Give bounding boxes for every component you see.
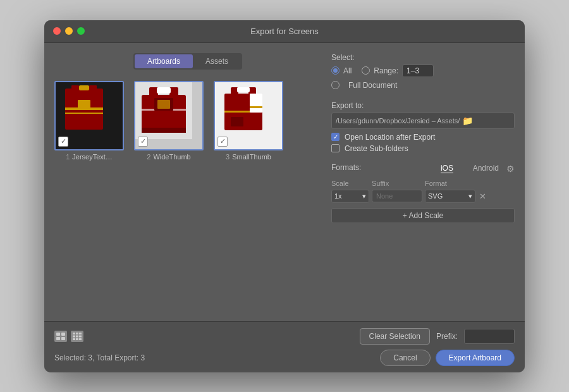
traffic-lights <box>53 27 85 35</box>
format-row-1: 1x ▾ SVG ▾ ✕ <box>331 190 515 203</box>
full-doc-row: Full Document <box>331 81 515 90</box>
artboard-item: ✓ 1 JerseyText… <box>54 81 124 161</box>
svg-rect-37 <box>76 335 78 337</box>
chevron-down-icon: ▾ <box>362 192 366 200</box>
bottom-bar: Clear Selection Prefix: Selected: 3, Tot… <box>44 321 525 372</box>
artboard-check-2[interactable]: ✓ <box>138 137 148 147</box>
svg-rect-8 <box>68 117 75 128</box>
all-radio[interactable] <box>331 66 340 75</box>
view-icons <box>54 331 83 342</box>
select-row-1: All Range: <box>331 64 515 77</box>
svg-rect-31 <box>56 337 60 340</box>
svg-rect-19 <box>142 128 186 133</box>
suffix-input[interactable] <box>372 190 422 202</box>
artboard-item: ✓ 2 WideThumb <box>134 81 204 161</box>
artboard-label-1: 1 JerseyText… <box>66 153 113 161</box>
svg-rect-26 <box>224 111 250 113</box>
maximize-button[interactable] <box>77 27 85 35</box>
select-section: Select: All Range: Full Document <box>331 53 515 90</box>
artboard-thumb-1[interactable]: ✓ <box>54 81 124 150</box>
all-radio-row: All <box>331 66 352 75</box>
titlebar: Export for Screens <box>44 20 525 43</box>
range-input[interactable] <box>402 64 434 77</box>
prefix-input[interactable] <box>464 329 515 344</box>
formats-tabs-group: iOS Android ⚙ <box>441 164 515 174</box>
svg-rect-34 <box>76 333 78 334</box>
export-artboard-button[interactable]: Export Artboard <box>436 350 515 366</box>
svg-rect-35 <box>79 333 82 334</box>
svg-rect-18 <box>157 100 170 109</box>
action-buttons: Cancel Export Artboard <box>380 350 515 366</box>
open-location-checkbox[interactable]: ✓ <box>331 133 340 141</box>
grid-view-icon[interactable] <box>54 331 67 342</box>
create-subfolders-row: Create Sub-folders <box>331 144 515 153</box>
chevron-down-icon: ▾ <box>468 192 472 200</box>
full-document-radio[interactable] <box>331 81 340 89</box>
artboard-label-2: 2 WideThumb <box>147 153 190 161</box>
bottom-row-1: Clear Selection Prefix: <box>54 328 515 345</box>
svg-rect-25 <box>237 87 250 92</box>
artboard-check-1[interactable]: ✓ <box>58 137 68 147</box>
svg-rect-33 <box>73 333 75 334</box>
bottom-row-2: Selected: 3, Total Export: 3 Cancel Expo… <box>54 350 515 366</box>
close-button[interactable] <box>53 27 61 35</box>
cancel-button[interactable]: Cancel <box>380 350 430 366</box>
tab-group: Artboards Assets <box>133 53 242 70</box>
svg-rect-29 <box>56 333 60 336</box>
artboard-item: ✓ 3 SmallThumb <box>214 81 283 161</box>
tab-android[interactable]: Android <box>473 164 499 173</box>
artboard-thumb-2[interactable]: ✓ <box>134 81 204 150</box>
folder-icon[interactable]: 📁 <box>462 116 473 126</box>
right-panel: Select: All Range: Full Document <box>331 53 515 311</box>
svg-rect-41 <box>79 338 82 340</box>
remove-format-button[interactable]: ✕ <box>478 192 487 201</box>
left-panel: Artboards Assets <box>54 53 321 311</box>
svg-rect-28 <box>250 106 262 108</box>
svg-rect-36 <box>73 335 75 337</box>
svg-rect-3 <box>89 85 97 98</box>
svg-rect-40 <box>76 338 78 340</box>
format-column-headers: Scale Suffix Format <box>331 180 515 187</box>
format-dropdown[interactable]: SVG ▾ <box>425 190 475 203</box>
export-to-section: Export to: /Users/gdunn/Dropbox/Jersied … <box>331 101 515 153</box>
svg-rect-7 <box>71 117 97 128</box>
minimize-button[interactable] <box>65 27 73 35</box>
svg-rect-15 <box>157 87 171 94</box>
export-path-field[interactable]: /Users/gdunn/Dropbox/Jersied – Assets/ 📁 <box>331 113 515 129</box>
range-radio-row: Range: <box>362 64 434 77</box>
create-subfolders-checkbox[interactable] <box>331 144 340 152</box>
artboard-thumb-3[interactable]: ✓ <box>214 81 283 150</box>
artboard-check-3[interactable]: ✓ <box>217 137 228 147</box>
window-title: Export for Screens <box>250 27 319 36</box>
scale-selector[interactable]: 1x ▾ <box>331 190 369 203</box>
svg-rect-2 <box>71 85 79 98</box>
artboards-grid: ✓ 1 JerseyText… <box>54 78 321 163</box>
formats-section: Formats: iOS Android ⚙ Scale Suffix Form… <box>331 163 515 223</box>
tab-ios[interactable]: iOS <box>441 164 453 173</box>
formats-header: Formats: iOS Android ⚙ <box>331 163 515 175</box>
svg-rect-24 <box>250 94 262 113</box>
svg-rect-6 <box>65 113 103 114</box>
svg-rect-4 <box>79 85 89 90</box>
artboard-label-3: 3 SmallThumb <box>226 153 271 161</box>
svg-rect-38 <box>79 335 82 337</box>
svg-rect-27 <box>231 117 243 126</box>
svg-rect-10 <box>78 100 90 109</box>
gear-icon[interactable]: ⚙ <box>506 164 515 174</box>
svg-rect-32 <box>61 337 65 340</box>
add-scale-button[interactable]: + Add Scale <box>331 208 515 223</box>
main-content: Artboards Assets <box>44 43 525 321</box>
svg-rect-9 <box>94 117 100 128</box>
tab-artboards[interactable]: Artboards <box>135 54 193 68</box>
open-location-row: ✓ Open Location after Export <box>331 133 515 142</box>
select-label: Select: <box>331 53 515 62</box>
export-dialog: Export for Screens Artboards Assets <box>44 20 525 372</box>
export-to-label: Export to: <box>331 101 515 110</box>
list-view-icon[interactable] <box>71 331 83 342</box>
svg-rect-30 <box>61 333 65 336</box>
tab-assets[interactable]: Assets <box>193 54 241 68</box>
clear-selection-button[interactable]: Clear Selection <box>360 328 430 345</box>
range-radio[interactable] <box>362 66 370 75</box>
svg-rect-39 <box>73 338 75 340</box>
status-text: Selected: 3, Total Export: 3 <box>54 353 145 362</box>
